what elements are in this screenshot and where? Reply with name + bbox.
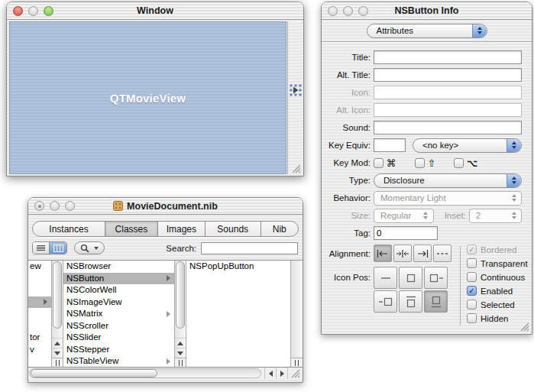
alt-title-field[interactable] bbox=[374, 68, 522, 82]
icon-pos-icon-below-button[interactable] bbox=[399, 290, 422, 313]
nib-toolbar: Search: bbox=[28, 241, 303, 260]
align-dashes-button[interactable] bbox=[433, 245, 451, 262]
nib-window-titlebar[interactable]: MovieDocument.nib bbox=[28, 198, 303, 215]
minimize-button[interactable] bbox=[28, 6, 38, 16]
shift-mod-checkbox[interactable]: ✓ bbox=[415, 158, 425, 168]
close-button[interactable] bbox=[13, 6, 23, 16]
list-item[interactable]: ew bbox=[28, 261, 51, 273]
class-row[interactable]: NSScroller bbox=[63, 320, 174, 332]
column-view-icon bbox=[53, 245, 63, 252]
key-equiv-popup[interactable]: <no key> bbox=[413, 138, 522, 153]
scroll-right-button[interactable] bbox=[276, 368, 287, 379]
scroll-down-button[interactable] bbox=[52, 348, 63, 358]
type-popup[interactable]: Disclosure bbox=[374, 173, 522, 188]
key-equiv-field[interactable] bbox=[374, 138, 406, 152]
inset-popup: 2 bbox=[469, 209, 522, 223]
column-resize-handle[interactable] bbox=[52, 358, 63, 367]
vertical-scrollbar[interactable] bbox=[51, 261, 63, 367]
popup-stepper-icon bbox=[506, 192, 521, 205]
list-view-button[interactable] bbox=[33, 242, 50, 254]
arrow-down-icon bbox=[54, 352, 60, 355]
icon-pos-icon-left-button[interactable] bbox=[424, 267, 448, 289]
vertical-scrollbar[interactable] bbox=[174, 261, 186, 367]
option-mod-checkbox[interactable]: ✓ bbox=[454, 158, 464, 168]
scroll-down-button[interactable] bbox=[175, 348, 186, 358]
browser-column-subclasses[interactable]: NSPopUpButton bbox=[186, 261, 290, 367]
icon-only-icon bbox=[403, 271, 419, 285]
continuous-checkbox[interactable]: ✓ bbox=[467, 272, 477, 282]
list-item[interactable]: tor bbox=[28, 332, 51, 344]
class-row[interactable]: NSPopUpButton bbox=[186, 261, 290, 273]
key-equiv-label: Key Equiv: bbox=[322, 141, 371, 150]
class-row[interactable]: NSImageView bbox=[63, 296, 174, 309]
class-row[interactable]: NSButton bbox=[63, 273, 174, 285]
nib-document-icon bbox=[113, 201, 123, 211]
close-button[interactable] bbox=[34, 201, 44, 211]
icon-pos-text-only-button[interactable] bbox=[374, 267, 397, 289]
qtmovieview[interactable]: QTMovieView bbox=[9, 21, 286, 174]
list-item[interactable]: v bbox=[28, 344, 51, 356]
icon-pos-icon-above-button[interactable] bbox=[424, 290, 448, 313]
tab-images[interactable]: Images bbox=[158, 222, 206, 236]
zoom-button[interactable] bbox=[358, 6, 368, 16]
command-mod-checkbox[interactable]: ✓ bbox=[374, 158, 384, 168]
tab-classes[interactable]: Classes bbox=[105, 222, 158, 236]
column-view-button[interactable] bbox=[50, 242, 66, 254]
tab-nib[interactable]: Nib bbox=[261, 222, 298, 236]
tag-field[interactable] bbox=[374, 226, 438, 240]
inspector-titlebar[interactable]: NSButton Info bbox=[322, 2, 532, 20]
class-row[interactable]: NSColorWell bbox=[63, 284, 174, 296]
vertical-scrollbar[interactable] bbox=[290, 261, 303, 367]
align-center-button[interactable] bbox=[393, 245, 412, 262]
tab-sounds[interactable]: Sounds bbox=[206, 222, 261, 236]
column-resize-handle[interactable] bbox=[175, 358, 186, 367]
scroll-up-button[interactable] bbox=[52, 338, 63, 348]
class-row[interactable]: NSMatrix bbox=[63, 308, 174, 320]
browser-column-classes[interactable]: NSBrowser NSButton NSColorWell NSImageVi… bbox=[63, 261, 174, 367]
movie-window-titlebar[interactable]: Window bbox=[7, 2, 303, 20]
hidden-checkbox[interactable]: ✓ bbox=[467, 313, 477, 323]
traffic-lights bbox=[34, 201, 75, 211]
resize-grip-icon[interactable] bbox=[290, 163, 301, 173]
scroll-left-button[interactable] bbox=[264, 368, 276, 379]
nib-window-title: MovieDocument.nib bbox=[127, 201, 218, 212]
align-right-button[interactable] bbox=[413, 245, 432, 262]
size-popup: Regular bbox=[374, 209, 434, 223]
class-row[interactable]: NSBrowser bbox=[63, 261, 174, 273]
arrow-up-icon bbox=[177, 342, 183, 345]
zoom-button[interactable] bbox=[65, 201, 75, 211]
class-row[interactable]: NSSlider bbox=[63, 332, 174, 344]
class-row[interactable]: NSStepper bbox=[63, 344, 174, 356]
scroll-thumb[interactable] bbox=[176, 261, 185, 329]
close-button[interactable] bbox=[328, 6, 338, 16]
transparent-checkbox[interactable]: ✓ bbox=[467, 258, 477, 268]
align-left-button[interactable] bbox=[374, 245, 392, 262]
selected-checkbox[interactable]: ✓ bbox=[467, 300, 477, 309]
minimize-button[interactable] bbox=[50, 201, 60, 211]
minimize-button[interactable] bbox=[343, 6, 353, 16]
icon-pos-icon-right-button[interactable] bbox=[374, 290, 397, 313]
scroll-thumb[interactable] bbox=[31, 369, 157, 377]
search-scope-button[interactable] bbox=[74, 241, 105, 254]
sound-field[interactable] bbox=[374, 121, 522, 134]
inspector-pane-popup[interactable]: Attributes bbox=[367, 24, 487, 38]
list-item-selected-parent[interactable] bbox=[28, 296, 51, 309]
drag-handle-dots-icon[interactable] bbox=[288, 83, 303, 98]
nib-document-window: MovieDocument.nib Instances Classes Imag… bbox=[28, 197, 303, 383]
zoom-button[interactable] bbox=[44, 6, 53, 16]
class-row[interactable]: NSTableView bbox=[63, 355, 174, 367]
tab-instances[interactable]: Instances bbox=[33, 222, 105, 236]
search-input[interactable] bbox=[201, 242, 298, 254]
qtmovieview-label: QTMovieView bbox=[110, 92, 186, 105]
enabled-checkbox[interactable]: ✓ bbox=[467, 286, 477, 296]
horizontal-scrollbar[interactable] bbox=[28, 367, 303, 379]
chevron-down-icon bbox=[94, 247, 99, 250]
column-resize-handle[interactable] bbox=[291, 358, 303, 367]
scroll-thumb[interactable] bbox=[53, 261, 62, 329]
resize-grip-icon[interactable] bbox=[287, 368, 303, 379]
scroll-up-button[interactable] bbox=[175, 338, 186, 348]
browser-column-parents[interactable]: ew tor v bbox=[28, 261, 51, 367]
icon-pos-icon-only-button[interactable] bbox=[399, 267, 422, 289]
resize-grip-icon[interactable] bbox=[519, 322, 529, 332]
title-field[interactable] bbox=[374, 50, 522, 64]
